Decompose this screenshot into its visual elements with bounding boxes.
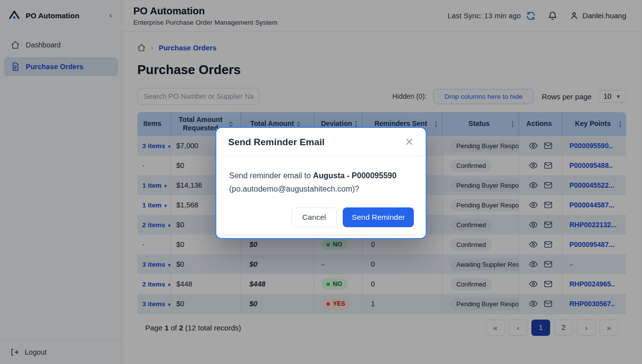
- send-reminder-button[interactable]: Send Reminder: [343, 207, 414, 227]
- cancel-button[interactable]: Cancel: [291, 207, 337, 227]
- modal-title: Send Reminder Email: [228, 137, 324, 148]
- modal-body-text: Send reminder email to Augusta - P000095…: [216, 156, 426, 198]
- send-reminder-modal: Send Reminder Email ✕ Send reminder emai…: [215, 127, 427, 239]
- supplier-po-name: Augusta - P000095590: [313, 171, 397, 180]
- close-icon[interactable]: ✕: [405, 137, 414, 148]
